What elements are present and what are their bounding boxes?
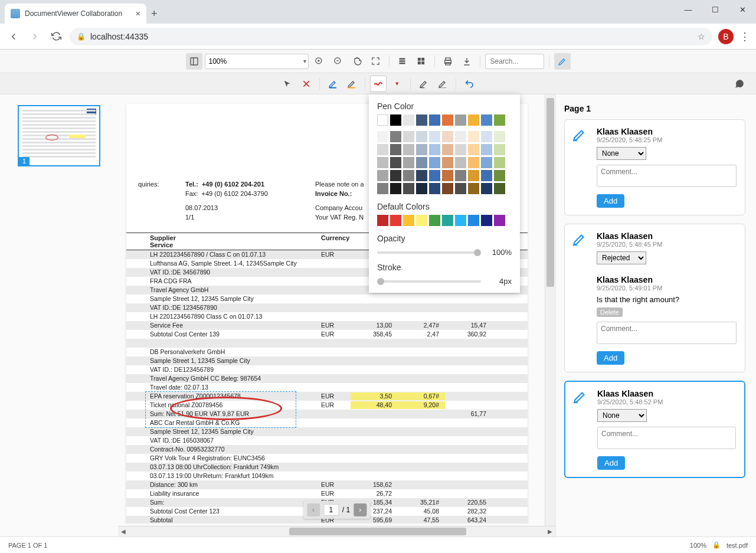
comment-card[interactable]: Klaas Klaasen9/25/2020, 5:48:25 PMNoneRe… (564, 119, 745, 215)
color-swatch[interactable] (403, 114, 414, 126)
color-swatch[interactable] (416, 144, 427, 155)
back-button[interactable] (6, 29, 21, 44)
forward-button[interactable] (27, 29, 42, 44)
status-select[interactable]: NoneRejected (597, 147, 646, 160)
grid-view-button[interactable] (413, 53, 430, 70)
color-swatch[interactable] (377, 183, 388, 194)
color-swatch[interactable] (403, 215, 414, 226)
color-swatch[interactable] (429, 215, 440, 226)
comment-input[interactable] (597, 165, 737, 187)
color-swatch[interactable] (494, 144, 505, 155)
color-swatch[interactable] (468, 157, 479, 168)
single-page-button[interactable] (394, 53, 411, 70)
color-swatch[interactable] (442, 114, 453, 126)
pan-button[interactable] (349, 53, 365, 70)
vertical-scrollbar[interactable] (545, 94, 555, 526)
delete-annotation-button[interactable] (298, 76, 315, 92)
color-swatch[interactable] (403, 170, 414, 181)
undo-button[interactable] (461, 76, 477, 92)
comment-card[interactable]: Klaas Klaasen9/25/2020, 5:48:45 PMNoneRe… (564, 224, 745, 372)
color-swatch[interactable] (390, 157, 401, 168)
color-swatch[interactable] (442, 157, 453, 168)
color-swatch[interactable] (377, 114, 388, 126)
color-swatch[interactable] (377, 215, 388, 226)
color-swatch[interactable] (494, 157, 505, 168)
fullscreen-button[interactable] (368, 53, 384, 70)
color-swatch[interactable] (468, 114, 479, 126)
color-swatch[interactable] (481, 144, 492, 155)
color-swatch[interactable] (455, 131, 466, 142)
freehand-tool-button[interactable] (370, 76, 387, 92)
thumbnail-page-1[interactable]: 1 (18, 105, 100, 166)
color-swatch[interactable] (429, 131, 440, 142)
color-swatch[interactable] (390, 170, 401, 181)
color-swatch[interactable] (494, 170, 505, 181)
color-swatch[interactable] (494, 114, 505, 126)
search-input[interactable] (485, 54, 544, 69)
annotation-mode-button[interactable] (554, 53, 571, 70)
color-swatch[interactable] (442, 144, 453, 155)
address-bar[interactable]: 🔒 localhost:44335 ☆ (70, 28, 712, 45)
color-swatch[interactable] (403, 183, 414, 194)
color-swatch[interactable] (416, 170, 427, 181)
status-select[interactable]: NoneRejected (597, 251, 646, 264)
color-swatch[interactable] (442, 183, 453, 194)
reload-button[interactable] (48, 29, 64, 44)
maximize-button[interactable]: ☐ (702, 0, 729, 19)
color-swatch[interactable] (390, 144, 401, 155)
next-page-button[interactable]: › (354, 503, 366, 516)
color-swatch[interactable] (390, 114, 401, 126)
horizontal-scrollbar[interactable]: ◀ ▶ (118, 526, 555, 536)
color-swatch[interactable] (429, 144, 440, 155)
color-swatch[interactable] (377, 170, 388, 181)
download-button[interactable] (459, 53, 475, 70)
color-swatch[interactable] (442, 131, 453, 142)
color-swatch[interactable] (403, 157, 414, 168)
color-swatch[interactable] (481, 183, 492, 194)
color-swatch[interactable] (468, 144, 479, 155)
comment-input[interactable] (597, 427, 736, 449)
color-swatch[interactable] (494, 131, 505, 142)
color-swatch[interactable] (390, 215, 401, 226)
eraser-button[interactable] (415, 76, 432, 92)
profile-avatar[interactable]: B (718, 29, 734, 44)
color-swatch[interactable] (481, 114, 492, 126)
freehand-dropdown-button[interactable]: ▾ (389, 76, 405, 92)
color-swatch[interactable] (390, 131, 401, 142)
color-swatch[interactable] (481, 157, 492, 168)
color-swatch[interactable] (455, 144, 466, 155)
add-comment-button[interactable]: Add (597, 351, 624, 365)
color-swatch[interactable] (455, 170, 466, 181)
color-swatch[interactable] (468, 170, 479, 181)
color-swatch[interactable] (442, 215, 453, 226)
eraser-all-button[interactable] (434, 76, 451, 92)
color-swatch[interactable] (442, 170, 453, 181)
add-comment-button[interactable]: Add (597, 194, 624, 208)
color-swatch[interactable] (481, 170, 492, 181)
color-swatch[interactable] (416, 157, 427, 168)
color-swatch[interactable] (429, 157, 440, 168)
zoom-out-button[interactable] (330, 53, 346, 70)
color-swatch[interactable] (468, 215, 479, 226)
color-swatch[interactable] (455, 215, 466, 226)
color-swatch[interactable] (429, 183, 440, 194)
browser-menu-icon[interactable]: ⋮ (739, 30, 750, 43)
sidebar-toggle-button[interactable] (186, 53, 202, 70)
color-swatch[interactable] (416, 131, 427, 142)
minimize-button[interactable]: — (675, 0, 702, 19)
select-tool-button[interactable] (279, 76, 296, 92)
color-swatch[interactable] (416, 183, 427, 194)
color-swatch[interactable] (377, 131, 388, 142)
color-swatch[interactable] (494, 183, 505, 194)
prev-page-button[interactable]: ‹ (307, 503, 320, 516)
color-swatch[interactable] (416, 114, 427, 126)
stroke-slider[interactable] (377, 280, 481, 283)
color-swatch[interactable] (481, 215, 492, 226)
zoom-select[interactable] (205, 54, 309, 69)
color-swatch[interactable] (429, 170, 440, 181)
comment-card[interactable]: Klaas Klaasen9/25/2020, 5:48:52 PMNoneRe… (564, 381, 745, 478)
print-button[interactable] (440, 53, 456, 70)
color-swatch[interactable] (455, 114, 466, 126)
color-swatch[interactable] (403, 144, 414, 155)
browser-tab[interactable]: DocumentViewer Collaboration × (5, 4, 146, 24)
